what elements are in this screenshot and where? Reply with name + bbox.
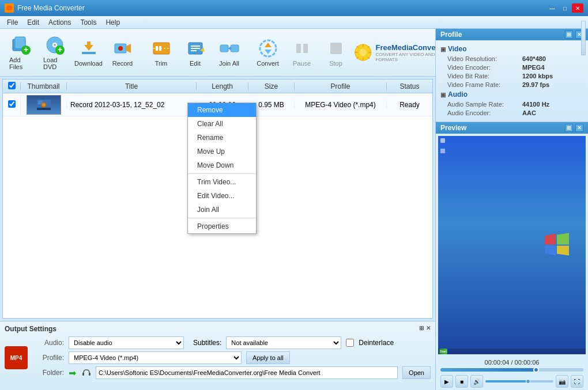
preview-controls: 00:00:04 / 00:00:06 ▶ ■ 🔊 📷	[436, 357, 588, 390]
maximize-button[interactable]: □	[559, 3, 571, 13]
preview-close-btn[interactable]: ✕	[575, 124, 583, 132]
stop-icon	[326, 38, 346, 59]
output-audio-row: MP4 Audio: Disable audio Subtitles: Not …	[5, 336, 431, 379]
context-menu-sep2	[188, 218, 256, 218]
audio-select[interactable]: Disable audio	[69, 336, 184, 349]
folder-input[interactable]	[96, 366, 398, 379]
join-all-icon	[219, 38, 240, 59]
open-folder-button[interactable]: Open	[402, 366, 431, 379]
profile-label: Profile:	[32, 354, 64, 362]
add-files-label: Add Files	[9, 56, 32, 70]
menu-tools[interactable]: Tools	[76, 17, 101, 28]
left-panel: + Add Files + Load DVD	[0, 29, 435, 390]
windows-logo	[542, 230, 571, 260]
add-files-icon: +	[10, 35, 31, 55]
trim-button[interactable]: Trim	[145, 36, 177, 69]
context-menu: Remove Clear All Rename Move Up Move Dow…	[187, 103, 257, 234]
menu-file[interactable]: File	[2, 17, 22, 28]
svg-text:+: +	[23, 45, 28, 54]
profile-resize-btn[interactable]: ⊞	[565, 31, 573, 39]
record-label: Record	[112, 60, 133, 67]
apply-to-all-button[interactable]: Apply to all	[246, 351, 290, 364]
profile-section: Profile ⊞ ✕ ▣ Video Video Resolution: 64…	[436, 29, 588, 122]
audio-collapse-btn[interactable]: ▣	[440, 92, 446, 98]
video-collapse-btn[interactable]: ▣	[440, 46, 446, 52]
volume-slider[interactable]	[485, 380, 553, 383]
fullscreen-button[interactable]: ⛶	[571, 375, 583, 388]
context-menu-clear-all[interactable]: Clear All	[188, 117, 256, 131]
minimize-button[interactable]: —	[546, 3, 558, 13]
join-all-label: Join All	[219, 60, 239, 67]
preview-resize-btn[interactable]: ⊞	[565, 124, 573, 132]
headphones-icon	[82, 368, 91, 377]
row-checkbox[interactable]	[8, 100, 16, 108]
menu-edit[interactable]: Edit	[22, 17, 44, 28]
preview-title-controls: ⊞ ✕	[565, 124, 583, 132]
context-menu-remove[interactable]: Remove	[188, 103, 256, 117]
edit-button[interactable]: Edit	[179, 36, 211, 69]
snapshot-button[interactable]: 📷	[556, 375, 568, 388]
context-menu-rename[interactable]: Rename	[188, 131, 256, 145]
pause-icon	[292, 38, 312, 59]
preview-desktop: Start	[438, 136, 586, 354]
context-menu-move-up[interactable]: Move Up	[188, 145, 256, 158]
download-button[interactable]: Download	[73, 36, 104, 69]
svg-marker-31	[265, 50, 272, 54]
volume-thumb	[526, 379, 530, 384]
profile-audio-encoder: Audio Encoder: AAC	[440, 109, 583, 116]
context-menu-edit-video[interactable]: Edit Video...	[188, 189, 256, 203]
output-controls: Audio: Disable audio Subtitles: Not avai…	[32, 336, 431, 379]
app-icon	[5, 3, 14, 13]
menu-actions[interactable]: Actions	[44, 17, 76, 28]
subtitles-select[interactable]: Not available	[226, 336, 341, 349]
output-top-row: Audio: Disable audio Subtitles: Not avai…	[32, 336, 431, 349]
play-button[interactable]: ▶	[440, 375, 453, 388]
col-length-header: Length	[212, 82, 233, 90]
row-status: Ready	[399, 101, 420, 109]
join-all-button[interactable]: Join All	[213, 36, 245, 69]
profile-select[interactable]: MPEG-4 Video (*.mp4)	[69, 351, 242, 364]
profile-video-resolution: Video Resolution: 640*480	[440, 55, 583, 62]
context-menu-join-all[interactable]: Join All	[188, 203, 256, 217]
context-menu-sep	[188, 173, 256, 174]
profile-video-framerate: Video Frame Rate: 29.97 fps	[440, 81, 583, 88]
preview-progress[interactable]	[440, 368, 583, 372]
toolbar: + Add Files + Load DVD	[0, 29, 435, 77]
edit-label: Edit	[190, 60, 201, 67]
pause-button[interactable]: Pause	[286, 36, 318, 69]
volume-button[interactable]: 🔊	[470, 375, 483, 388]
row-thumbnail	[27, 95, 61, 115]
output-profile-row: Profile: MPEG-4 Video (*.mp4) Apply to a…	[32, 351, 431, 364]
output-close-btn[interactable]: ✕	[426, 325, 431, 333]
svg-point-48	[42, 103, 46, 107]
output-title-controls: ⊞ ✕	[419, 325, 431, 333]
add-files-button[interactable]: + Add Files	[5, 32, 36, 73]
context-menu-move-down[interactable]: Move Down	[188, 158, 256, 172]
load-dvd-label: Load DVD	[43, 56, 66, 70]
select-all-checkbox[interactable]	[8, 82, 16, 89]
convert-button[interactable]: Convert	[252, 36, 284, 69]
context-menu-trim-video[interactable]: Trim Video...	[188, 175, 256, 189]
output-resize-btn[interactable]: ⊞	[419, 325, 424, 333]
pause-label: Pause	[293, 60, 311, 67]
stop-button[interactable]: Stop	[320, 36, 352, 69]
profile-content: ▣ Video Video Resolution: 640*480 Video …	[436, 40, 588, 122]
svg-text:+: +	[57, 45, 62, 54]
download-icon	[78, 38, 99, 59]
load-dvd-button[interactable]: + Load DVD	[39, 32, 70, 73]
profile-scrollbar[interactable]	[581, 21, 586, 55]
taskbar: Start	[438, 349, 586, 354]
col-title-header: Title	[125, 82, 138, 90]
folder-arrow-icon: ➡	[69, 368, 76, 378]
output-settings-title: Output Settings ⊞ ✕	[5, 325, 431, 333]
right-panel: Profile ⊞ ✕ ▣ Video Video Resolution: 64…	[435, 29, 588, 390]
record-button[interactable]: Record	[107, 36, 138, 69]
stop-preview-button[interactable]: ■	[455, 375, 468, 388]
profile-audio-samplerate: Audio Sample Rate: 44100 Hz	[440, 101, 583, 108]
deinterlace-label: Deinterlace	[359, 339, 394, 347]
profile-video-encoder: Video Encoder: MPEG4	[440, 64, 583, 71]
deinterlace-checkbox[interactable]	[346, 339, 354, 347]
context-menu-properties[interactable]: Properties	[188, 219, 256, 233]
menu-help[interactable]: Help	[101, 17, 125, 28]
close-button[interactable]: ✕	[572, 3, 583, 13]
